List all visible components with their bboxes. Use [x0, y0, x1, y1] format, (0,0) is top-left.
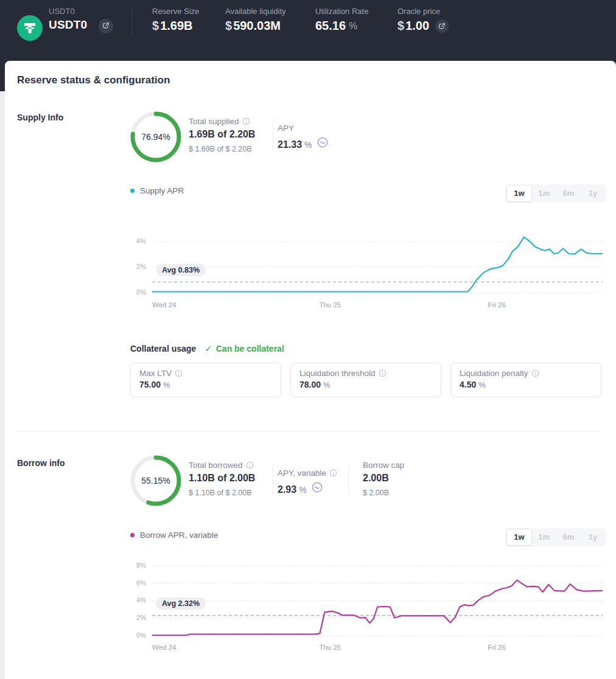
liquidation-threshold-box: Liquidation threshold 78.00 %	[290, 363, 441, 397]
external-link-icon	[438, 19, 446, 33]
variable-rate-icon[interactable]	[317, 137, 328, 148]
stat-value: 1.00	[405, 19, 429, 33]
header-divider	[131, 7, 132, 35]
timeframe-option-1w[interactable]: 1w	[506, 185, 532, 202]
borrow-donut-value: 55.15%	[130, 455, 181, 506]
reserve-status-card: Reserve status & configuration Supply In…	[5, 61, 616, 679]
timeframe-option-1y[interactable]: 1y	[581, 529, 605, 545]
timeframe-option-1m[interactable]: 1m	[532, 186, 556, 201]
average-label-pill: Avg 0.83%	[156, 264, 206, 276]
stat-label: Oracle price	[397, 7, 449, 16]
x-axis-tick: Fri 26	[488, 644, 505, 651]
total-borrowed-label: Total borrowed	[189, 461, 254, 470]
stat-oracle-price: Oracle price $1.00	[397, 7, 449, 33]
liquidation-penalty-box: Liquidation penalty 4.50 %	[450, 363, 601, 397]
stat-reserve-size: Reserve Size $1.69B	[152, 7, 199, 33]
borrow-apy-label: APY, variable	[278, 468, 337, 478]
percent-sign: %	[163, 380, 170, 389]
stat-label: Utilization Rate	[315, 7, 368, 16]
borrow-info-label: Borrow info	[17, 458, 65, 468]
max-ltv-value: 75.00 %	[139, 380, 272, 389]
y-axis-tick: 4%	[123, 596, 146, 604]
borrow-apr-chart: 0%2%4%6%8%Wed 24Thu 25Fri 26Avg 2.32%	[123, 565, 610, 665]
can-be-collateral-badge: ✓ Can be collateral	[205, 343, 284, 354]
supply-info-label: Supply Info	[17, 113, 63, 122]
divider	[348, 464, 349, 495]
supply-timeframe-selector: 1w1m6m1y	[505, 184, 606, 203]
total-supplied-usd: $ 1.69B of $ 2.20B	[189, 145, 252, 153]
x-axis-tick: Fri 26	[488, 301, 505, 308]
percent-sign: %	[323, 380, 331, 389]
x-axis-tick: Thu 25	[319, 644, 341, 651]
timeframe-option-1m[interactable]: 1m	[532, 529, 556, 545]
tether-token-icon	[17, 15, 43, 41]
stat-value: 590.03M	[233, 19, 281, 33]
supply-apy-value: 21.33%	[278, 137, 328, 150]
info-icon[interactable]	[531, 369, 539, 377]
percent-sign: %	[304, 140, 312, 150]
max-ltv-box: Max LTV 75.00 %	[130, 363, 281, 397]
y-axis-tick: 2%	[123, 614, 146, 621]
info-icon[interactable]	[379, 369, 387, 377]
collateral-usage-header: Collateral usage ✓ Can be collateral	[130, 343, 284, 354]
percent-sign: %	[478, 380, 486, 389]
borrow-timeframe-selector: 1w1m6m1y	[505, 528, 606, 546]
y-axis-tick: 0%	[123, 632, 146, 639]
borrow-apr-legend-label: Borrow APR, variable	[140, 531, 218, 540]
stat-utilization-rate: Utilization Rate 65.16%	[315, 7, 368, 33]
max-ltv-label: Max LTV	[139, 369, 272, 378]
borrow-donut-chart: 55.15%	[130, 455, 181, 506]
timeframe-option-6m[interactable]: 6m	[556, 529, 581, 545]
y-axis-tick: 2%	[123, 263, 146, 270]
total-borrowed-usd: $ 1.10B of $ 2.00B	[189, 489, 252, 497]
x-axis-tick: Thu 25	[319, 301, 341, 308]
supply-donut-chart: 76.94%	[130, 111, 181, 162]
supply-apr-legend: Supply APR	[130, 186, 184, 195]
info-icon[interactable]	[242, 117, 250, 125]
info-icon[interactable]	[175, 369, 183, 377]
borrow-cap-value: 2.00B	[363, 473, 389, 484]
liquidation-penalty-value: 4.50 %	[460, 380, 592, 389]
chart-plot-area	[152, 565, 603, 641]
borrow-cap-usd: $ 2.00B	[363, 489, 389, 497]
percent-sign: %	[299, 485, 306, 495]
stat-available-liquidity: Available liquidity $590.03M	[225, 7, 286, 33]
external-link-icon	[102, 21, 110, 32]
liquidation-threshold-value: 78.00 %	[299, 380, 432, 389]
liquidation-penalty-label: Liquidation penalty	[460, 369, 592, 378]
oracle-external-link-button[interactable]	[435, 19, 449, 33]
borrow-cap-label: Borrow cap	[363, 461, 404, 470]
supply-apy-label: APY	[278, 124, 294, 133]
total-supplied-label: Total supplied	[189, 117, 250, 126]
stat-value: 1.69B	[160, 19, 192, 33]
average-label-pill: Avg 2.32%	[156, 597, 206, 610]
timeframe-option-1y[interactable]: 1y	[581, 186, 605, 201]
supply-apr-chart: 0%2%4%Wed 24Thu 25Fri 26Avg 0.83%	[123, 228, 610, 316]
borrow-apy-value: 2.93%	[278, 482, 323, 495]
total-borrowed-value: 1.10B of 2.00B	[189, 473, 255, 484]
y-axis-tick: 0%	[123, 288, 146, 296]
currency-symbol: $	[397, 19, 404, 33]
currency-symbol: $	[152, 19, 159, 33]
x-axis-tick: Wed 24	[152, 301, 176, 308]
token-name: USDT0	[49, 18, 87, 32]
timeframe-option-6m[interactable]: 6m	[556, 186, 581, 201]
token-external-link-button[interactable]	[99, 19, 113, 33]
section-divider	[17, 431, 599, 431]
x-axis-tick: Wed 24	[152, 644, 176, 651]
supply-apr-legend-dot	[130, 189, 135, 193]
borrow-apr-legend: Borrow APR, variable	[130, 531, 218, 540]
stat-label: Available liquidity	[225, 7, 286, 16]
info-icon[interactable]	[329, 469, 337, 477]
supply-donut-value: 76.94%	[130, 111, 181, 162]
y-axis-tick: 8%	[123, 562, 146, 569]
token-symbol: USDT0	[49, 7, 75, 16]
info-icon[interactable]	[246, 461, 254, 469]
total-supplied-value: 1.69B of 2.20B	[189, 129, 255, 140]
variable-rate-icon[interactable]	[312, 482, 323, 493]
page-title: Reserve status & configuration	[17, 74, 170, 86]
divider	[273, 464, 273, 495]
chart-plot-area	[152, 228, 603, 299]
liquidation-threshold-label: Liquidation threshold	[299, 369, 432, 378]
timeframe-option-1w[interactable]: 1w	[506, 529, 532, 546]
